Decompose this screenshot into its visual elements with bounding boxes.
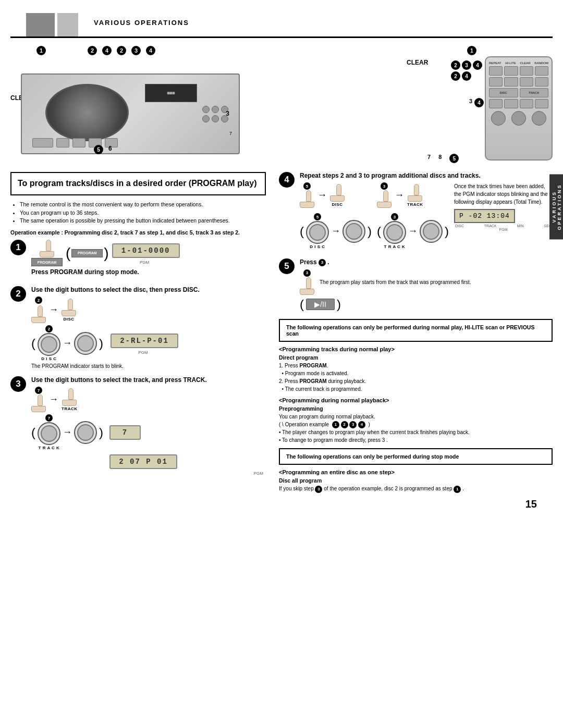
r-btn-10 [504, 99, 518, 108]
lcd-group-1: 1-01-0000 PGM [112, 241, 180, 265]
step-5-body: Press 3 . 3 The program p [300, 258, 553, 312]
base-5 [300, 289, 314, 295]
step-2-badge: 2 [10, 286, 26, 302]
prog-playback-body: You can program during normal playback. … [279, 413, 553, 444]
num-3-badge-5: 3 [303, 269, 311, 277]
dev-btn-2 [212, 106, 219, 113]
paren-close-1: ) [104, 246, 108, 261]
normal-play-text: The following operations can only be per… [286, 324, 534, 337]
lcd-disc-label: DISC [455, 224, 464, 228]
step-5: 5 Press 3 . 3 [279, 258, 553, 312]
lcd-step1: 1-01-0000 [112, 243, 180, 258]
label-disc-bottom: D I S C [41, 356, 56, 361]
lcd-step2: 2-RL-P-01 [111, 334, 178, 348]
remote-control: REPEAT HI-LITE CLEAR RANDOM [485, 56, 553, 161]
step-1-illus: PROGRAM ( PROGRAM ) [31, 240, 266, 266]
paren-open-5: ( [300, 297, 304, 312]
r-btn-5 [489, 77, 503, 87]
remote-row1 [489, 66, 548, 76]
lcd-step4: P -02 13:04 [454, 209, 515, 223]
circle-4b [342, 220, 365, 243]
num-labels-bottom: 5 6 [94, 145, 112, 154]
finger-tip-1 [46, 240, 51, 251]
paren-close-5: ) [337, 297, 341, 312]
num-label-4b: 4 [146, 46, 155, 55]
circle-2b-group [74, 332, 97, 355]
btn-circle-3a [38, 422, 60, 445]
base-4c [377, 202, 391, 208]
btn-circle-inner-4b [346, 223, 362, 240]
disc-all-body: If you skip step 3 of the operation exam… [279, 485, 553, 492]
num-3-step5: 3 [319, 259, 326, 266]
step-2-note: The PROGRAM indicator starts to blink. [31, 363, 266, 369]
finger-4d [414, 184, 419, 195]
step-3-paren-row: ( 7 T R A C K → [31, 414, 266, 450]
paren-close-3: ) [99, 425, 103, 440]
r-btn-4 [535, 66, 548, 76]
side-tab-line1: VARIOUS [552, 191, 557, 223]
r-btn-6 [504, 77, 518, 87]
r-circle-3 [532, 111, 546, 126]
ex-num-4: 4 [358, 421, 365, 428]
side-tab-line2: OPERATIONS [557, 184, 562, 230]
hand-4b [330, 184, 345, 202]
play-btn-illus: ▶/II [306, 299, 335, 310]
dev-btn-1 [202, 106, 210, 113]
paren-open-2: ( [31, 336, 35, 351]
label-disc-4: D I S C [310, 244, 325, 249]
step-3-illus-top: 7 → [31, 387, 266, 412]
step-num-disc: 1 [454, 486, 461, 493]
dev-btn-5 [212, 115, 219, 122]
dev-btn-4 [202, 115, 210, 122]
pgm-label-3: PGM [109, 471, 263, 476]
circle-2a-group: 2 D I S C [38, 325, 60, 361]
step-1: 1 PROGRAM [10, 240, 266, 279]
step5-body-text: The program play starts from the track t… [320, 278, 553, 286]
remote-num-4-right: 4 [474, 98, 484, 107]
num-label-4a: 4 [102, 46, 112, 55]
finger-4b [336, 184, 341, 195]
ex-num-3: 3 [349, 421, 357, 428]
btn-circle-4d [420, 220, 443, 243]
vis-group-4d: TRACK [407, 184, 423, 207]
btn-circle-inner-3b [77, 424, 94, 441]
num-6: 6 [108, 145, 112, 154]
program-rect-btn: PROGRAM [71, 249, 103, 257]
num-1-right: 1 [467, 46, 476, 55]
prog-item-3: 2. Press PROGRAM during playback. [279, 377, 553, 385]
r-circle-1 [491, 111, 506, 126]
finger-2b [68, 299, 73, 310]
bullet-3: The same operation is possible by pressi… [20, 217, 266, 225]
step-5-num: 5 [284, 261, 289, 272]
stop-mode-text: The following operations can only be per… [286, 453, 459, 460]
r-btn-1 [489, 66, 503, 76]
prog-playback-header: <Programming during normal playback> [279, 397, 553, 403]
btn-circle-inner-2a [41, 336, 57, 353]
btn-circle-2a [38, 333, 60, 356]
step4-track-paren: ( 3 T R A C K → [377, 213, 449, 249]
header-title: VARIOUS OPERATIONS [89, 19, 537, 31]
paren-open-3: ( [31, 425, 35, 440]
arrow-4b: → [331, 226, 340, 237]
num-3-circle: 3 [391, 213, 398, 220]
lcd-group-3a: 7 [109, 423, 141, 442]
device-bottom-bar [32, 136, 228, 149]
r-btn-8 [535, 77, 548, 87]
arrow-4c: → [395, 190, 404, 201]
step-2-paren-row: ( 2 D I S C → [31, 325, 266, 361]
num-7-badge: 7 [35, 387, 42, 394]
play-symbol: ▶/II [314, 300, 326, 309]
btn-circle-3b [74, 421, 97, 444]
device-disc [45, 84, 129, 141]
step4-track-illus: 3 → [377, 182, 449, 208]
track-label-top: TRACK [62, 406, 78, 411]
op-example-label: Operation example [10, 229, 60, 236]
lcd-min-label: MIN [517, 224, 524, 228]
hand-4a [300, 190, 314, 208]
r-btn-3 [520, 66, 533, 76]
programming-playback-section: <Programming during normal playback> Pre… [279, 397, 553, 444]
prog-normal-body: 1. Press PROGRAM. • Program mode is acti… [279, 362, 553, 393]
step5-text: The program play starts from the track t… [320, 278, 553, 286]
hand-5-finger [300, 277, 314, 295]
programming-normal-section: <Programming tracks during normal play> … [279, 346, 553, 393]
